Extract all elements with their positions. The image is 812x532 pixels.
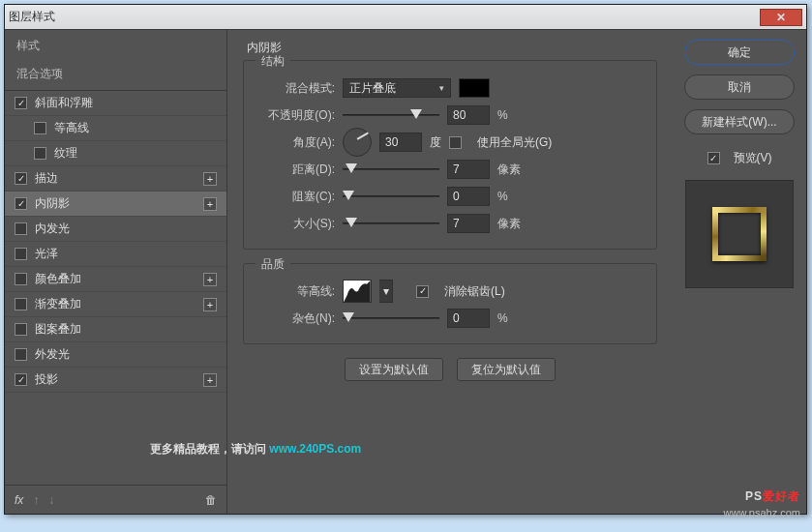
opacity-row: 不透明度(O): 80 %: [257, 102, 643, 129]
add-effect-icon[interactable]: +: [203, 172, 217, 186]
style-label: 等高线: [54, 120, 217, 136]
distance-label: 距离(D):: [257, 162, 335, 178]
angle-input[interactable]: 30: [379, 133, 422, 152]
sidebar-heading: 样式: [5, 30, 226, 62]
contour-row: 等高线: ▾ 消除锯齿(L): [257, 278, 643, 305]
angle-unit: 度: [430, 134, 441, 151]
fx-menu-button[interactable]: fx: [15, 493, 23, 507]
cancel-button[interactable]: 取消: [684, 74, 795, 100]
style-row-4[interactable]: 内阴影+: [5, 192, 226, 217]
sidebar-footer: fx ↑ ↓ 🗑: [5, 485, 226, 514]
reset-default-button[interactable]: 复位为默认值: [457, 358, 556, 381]
style-checkbox[interactable]: [15, 172, 27, 185]
size-input[interactable]: 7: [447, 214, 490, 233]
style-checkbox[interactable]: [15, 97, 27, 109]
distance-input[interactable]: 7: [447, 160, 490, 179]
new-style-button[interactable]: 新建样式(W)...: [684, 109, 795, 134]
style-list: 斜面和浮雕等高线纹理描边+内阴影+内发光光泽颜色叠加+渐变叠加+图案叠加外发光投…: [5, 91, 226, 485]
opacity-label: 不透明度(O):: [257, 107, 335, 124]
watermark-url: www.psahz.com: [724, 507, 800, 518]
style-row-11[interactable]: 投影+: [5, 368, 226, 393]
antialias-checkbox[interactable]: [416, 285, 429, 298]
style-checkbox[interactable]: [34, 122, 46, 134]
quality-legend: 品质: [256, 256, 290, 273]
preview-checkbox[interactable]: [707, 152, 720, 164]
titlebar[interactable]: 图层样式 ✕: [5, 5, 806, 30]
blend-mode-value: 正片叠底: [349, 80, 396, 97]
style-checkbox[interactable]: [15, 248, 27, 260]
angle-dial[interactable]: [343, 128, 372, 157]
watermark-logo: PS爱好者: [745, 485, 800, 505]
blend-mode-row: 混合模式: 正片叠底 ▾: [257, 74, 643, 102]
choke-slider[interactable]: [343, 189, 439, 204]
add-effect-icon[interactable]: +: [203, 298, 217, 311]
preview-box: [685, 180, 794, 288]
contour-picker[interactable]: [343, 280, 372, 303]
choke-input[interactable]: 0: [447, 187, 490, 206]
close-icon: ✕: [776, 11, 786, 24]
style-row-1[interactable]: 等高线: [5, 116, 226, 141]
style-label: 内阴影: [35, 195, 203, 212]
trash-icon[interactable]: 🗑: [205, 493, 217, 507]
structure-group: 结构 混合模式: 正片叠底 ▾ 不透明度(O): 80 % 角度(A: [243, 60, 657, 250]
angle-row: 角度(A): 30 度 使用全局光(G): [257, 129, 643, 156]
style-row-2[interactable]: 纹理: [5, 141, 226, 166]
size-unit: 像素: [497, 216, 526, 232]
style-label: 纹理: [54, 145, 217, 162]
close-button[interactable]: ✕: [760, 9, 802, 26]
global-light-checkbox[interactable]: [449, 136, 462, 149]
contour-label: 等高线:: [257, 283, 335, 300]
sidebar-subheading[interactable]: 混合选项: [5, 62, 226, 91]
default-buttons-row: 设置为默认值 复位为默认值: [243, 358, 657, 381]
blend-color-swatch[interactable]: [459, 78, 490, 98]
noise-unit: %: [497, 311, 526, 325]
blend-mode-select[interactable]: 正片叠底 ▾: [343, 78, 451, 98]
preview-toggle[interactable]: 预览(V): [684, 150, 795, 166]
add-effect-icon[interactable]: +: [203, 197, 217, 211]
add-effect-icon[interactable]: +: [203, 273, 217, 286]
style-row-5[interactable]: 内发光: [5, 217, 226, 242]
opacity-input[interactable]: 80: [447, 105, 490, 125]
style-row-3[interactable]: 描边+: [5, 166, 226, 192]
style-checkbox[interactable]: [15, 298, 27, 310]
style-label: 光泽: [35, 246, 217, 262]
noise-slider[interactable]: [343, 310, 439, 326]
structure-legend: 结构: [256, 53, 290, 70]
quality-group: 品质 等高线: ▾ 消除锯齿(L) 杂色(N): 0 %: [243, 263, 657, 344]
style-row-8[interactable]: 渐变叠加+: [5, 292, 226, 317]
style-row-0[interactable]: 斜面和浮雕: [5, 91, 226, 116]
style-label: 斜面和浮雕: [35, 95, 217, 111]
noise-input[interactable]: 0: [447, 309, 490, 328]
style-label: 内发光: [35, 221, 217, 237]
style-checkbox[interactable]: [15, 222, 27, 235]
contour-dropdown[interactable]: ▾: [379, 280, 393, 303]
style-checkbox[interactable]: [15, 197, 27, 210]
distance-unit: 像素: [497, 162, 526, 178]
style-label: 图案叠加: [35, 321, 217, 338]
style-checkbox[interactable]: [34, 147, 46, 160]
style-label: 颜色叠加: [35, 271, 203, 287]
style-row-7[interactable]: 颜色叠加+: [5, 267, 226, 292]
set-default-button[interactable]: 设置为默认值: [345, 358, 443, 381]
size-slider[interactable]: [343, 216, 439, 231]
noise-label: 杂色(N):: [257, 310, 335, 327]
move-up-icon[interactable]: ↑: [33, 493, 39, 507]
blend-mode-label: 混合模式:: [257, 80, 335, 97]
style-row-6[interactable]: 光泽: [5, 242, 226, 267]
style-row-9[interactable]: 图案叠加: [5, 317, 226, 342]
chevron-down-icon: ▾: [383, 284, 389, 298]
right-panel: 确定 取消 新建样式(W)... 预览(V): [673, 30, 806, 514]
style-checkbox[interactable]: [15, 348, 27, 361]
size-label: 大小(S):: [257, 216, 335, 232]
style-checkbox[interactable]: [15, 273, 27, 285]
ok-button[interactable]: 确定: [684, 40, 795, 65]
add-effect-icon[interactable]: +: [203, 373, 217, 387]
style-checkbox[interactable]: [15, 373, 27, 386]
distance-slider[interactable]: [343, 162, 439, 177]
style-row-10[interactable]: 外发光: [5, 342, 226, 368]
opacity-slider[interactable]: [343, 107, 439, 123]
move-down-icon[interactable]: ↓: [48, 493, 54, 507]
style-checkbox[interactable]: [15, 323, 27, 336]
preview-label: 预览(V): [734, 150, 772, 166]
layer-style-dialog: 图层样式 ✕ 样式 混合选项 斜面和浮雕等高线纹理描边+内阴影+内发光光泽颜色叠…: [4, 4, 807, 515]
